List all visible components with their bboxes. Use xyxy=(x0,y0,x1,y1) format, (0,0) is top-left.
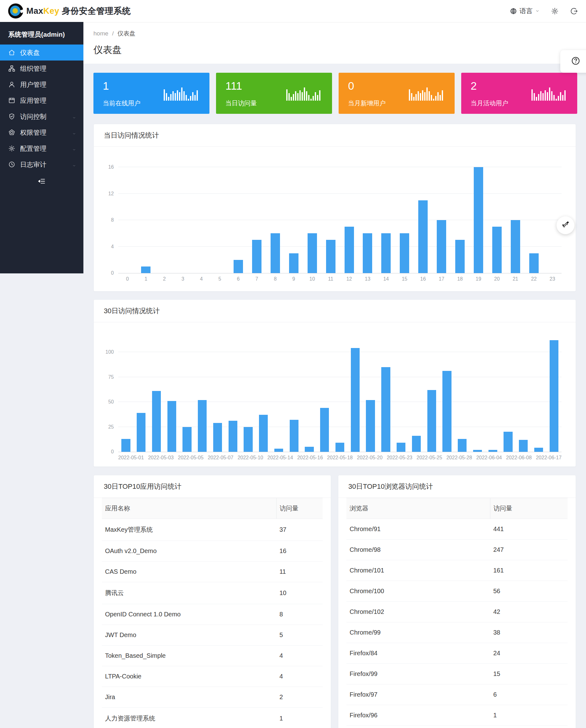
bar-slot xyxy=(455,352,470,452)
panel-top10-apps: 30日TOP10应用访问统计 应用名称 访问量 MaxKey管理系统37OAut… xyxy=(94,475,331,728)
x-axis-label: 14 xyxy=(377,276,396,282)
sidebar-item-5[interactable]: 访问控制 xyxy=(0,108,83,125)
breadcrumb-home-link[interactable]: home xyxy=(94,30,108,37)
sidebar-item-4[interactable]: 应用管理 xyxy=(0,93,83,108)
stat-card: 2当月活动用户 xyxy=(461,73,577,114)
bar xyxy=(397,443,405,452)
globe-icon xyxy=(510,7,517,15)
sidebar-item-6[interactable]: 权限管理 xyxy=(0,125,83,140)
x-axis-label xyxy=(353,455,357,461)
table-row: Firefox/976 xyxy=(347,684,567,705)
sidebar-item-2[interactable]: 组织管理 xyxy=(0,60,83,77)
cell-visits: 5 xyxy=(276,625,323,646)
x-axis-label xyxy=(412,455,416,461)
cell-visits: 247 xyxy=(490,540,567,560)
sidebar-item-3[interactable]: 用户管理 xyxy=(0,77,83,93)
sidebar-collapse-button[interactable] xyxy=(0,177,83,187)
chart-plot: 0481216 xyxy=(118,167,562,274)
cell-visits: 441 xyxy=(490,519,567,540)
x-axis-label: 0 xyxy=(118,276,137,282)
bar-slot xyxy=(192,167,211,273)
bar xyxy=(529,253,539,273)
bar-slot xyxy=(358,167,377,273)
cell-name: Firefox/96 xyxy=(347,705,490,726)
table-row: OAuth v2.0_Demo16 xyxy=(102,541,323,562)
table-row: OpenID Connect 1.0 Demo8 xyxy=(102,604,323,625)
bar-slot xyxy=(525,167,543,273)
y-axis-tick: 100 xyxy=(99,349,114,355)
settings-gear-icon[interactable] xyxy=(551,7,559,15)
logout-icon[interactable] xyxy=(570,7,578,15)
bar xyxy=(366,400,375,452)
bar-slot xyxy=(363,352,378,452)
brand-title: MaxKey身份安全管理系统 xyxy=(26,5,131,17)
x-axis-label xyxy=(502,455,506,461)
bar-slot xyxy=(414,167,432,273)
bar xyxy=(274,449,283,452)
bar xyxy=(363,233,372,273)
bar xyxy=(326,240,335,273)
cell-name: Jira xyxy=(102,687,276,708)
cell-name: Firefox/84 xyxy=(347,643,490,664)
chevron-down-icon xyxy=(72,130,77,138)
x-axis-label: 2022-05-23 xyxy=(387,455,412,461)
breadcrumb-separator: / xyxy=(112,30,114,37)
cell-visits: 10 xyxy=(276,582,323,604)
bar xyxy=(259,415,268,452)
cell-name: Chrome/99 xyxy=(347,622,490,643)
bar-slot xyxy=(266,167,284,273)
bar xyxy=(229,421,237,452)
table-row: 腾讯云10 xyxy=(102,582,323,604)
bar-slot xyxy=(174,167,192,273)
menu-fold-icon xyxy=(37,177,46,187)
stat-label: 当月活动用户 xyxy=(470,99,508,107)
bar-slot xyxy=(286,352,302,452)
bar-slot xyxy=(271,352,286,452)
panel-title: 当日访问情况统计 xyxy=(94,124,576,147)
bar xyxy=(290,420,299,452)
table-row: Chrome/98247 xyxy=(347,540,567,560)
sidebar-item-label: 日志审计 xyxy=(20,160,46,169)
chevron-down-icon xyxy=(72,162,77,170)
theme-wand-button[interactable] xyxy=(557,216,575,234)
language-menu[interactable]: 语言 xyxy=(510,6,540,15)
help-panel[interactable] xyxy=(560,50,586,73)
sidebar-item-8[interactable]: 日志审计 xyxy=(0,156,83,173)
admin-title: 系统管理员(admin) xyxy=(0,22,83,45)
bar-slot xyxy=(164,352,179,452)
sidebar-item-label: 组织管理 xyxy=(20,64,46,73)
bar-slot xyxy=(396,167,414,273)
bar xyxy=(234,260,243,273)
sidebar-item-label: 配置管理 xyxy=(20,144,46,153)
page-title: 仪表盘 xyxy=(94,44,576,56)
maxkey-logo-icon xyxy=(8,3,23,19)
sidebar-item-1[interactable]: 仪表盘 xyxy=(0,45,83,60)
bar-slot xyxy=(240,352,256,452)
cell-visits: 1 xyxy=(276,708,323,728)
bar-slot xyxy=(247,167,266,273)
table-row: Firefox/9915 xyxy=(347,664,567,684)
column-header-browser: 浏览器 xyxy=(347,498,490,519)
x-axis-label: 1 xyxy=(137,276,155,282)
x-axis-label: 17 xyxy=(432,276,451,282)
cell-visits: 8 xyxy=(276,604,323,625)
table-row: Chrome/101161 xyxy=(347,560,567,581)
table-row: Token_Based_Simple4 xyxy=(102,646,323,666)
bar-slot xyxy=(469,167,488,273)
bar xyxy=(137,413,146,452)
bar-slot xyxy=(211,167,229,273)
x-axis-label: 3 xyxy=(174,276,192,282)
cell-name: Token_Based_Simple xyxy=(102,646,276,666)
cell-visits: 37 xyxy=(276,519,323,541)
table-row: Chrome/10056 xyxy=(347,581,567,602)
bar xyxy=(320,408,329,452)
cell-name: 腾讯云 xyxy=(102,582,276,604)
x-axis-label: 8 xyxy=(266,276,284,282)
table-row: 人力资源管理系统1 xyxy=(102,708,323,728)
table-row: CAS Demo11 xyxy=(102,562,323,582)
y-axis-tick: 16 xyxy=(99,164,114,170)
cell-name: OAuth v2.0_Demo xyxy=(102,541,276,562)
sidebar-item-7[interactable]: 配置管理 xyxy=(0,140,83,156)
bar-slot xyxy=(284,167,303,273)
stat-label: 当前在线用户 xyxy=(103,99,141,107)
